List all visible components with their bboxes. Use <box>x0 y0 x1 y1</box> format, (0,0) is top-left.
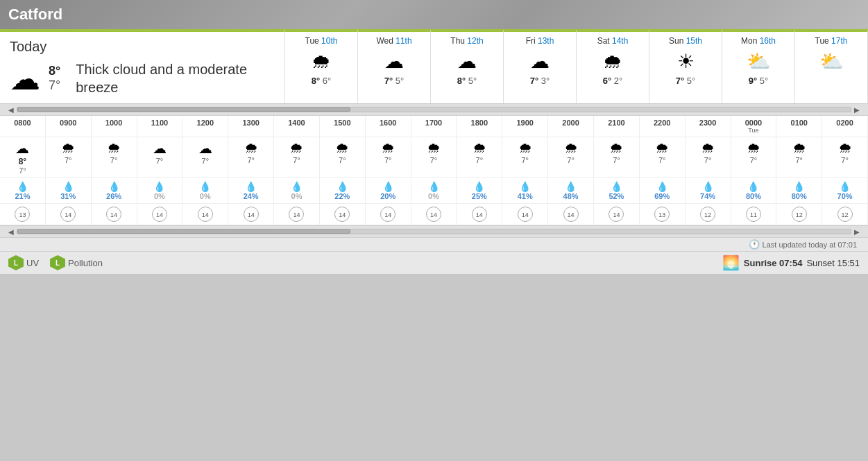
forecast-day: Thu 12th ☁ 8° 5° <box>430 29 503 103</box>
wind-cell: 14 <box>502 204 548 225</box>
wind-speed: 14 <box>339 211 346 218</box>
weather-cell: 🌧 7° <box>46 137 92 177</box>
rain-percent: 0% <box>275 192 318 200</box>
hour-label: 1100 <box>139 119 181 127</box>
forecast-high: 7° <box>384 76 393 86</box>
forecast-day-name: Tue <box>305 36 322 46</box>
scrollbar-track-bottom[interactable] <box>17 229 851 234</box>
rain-cell: 💧 26% <box>92 178 137 203</box>
hour-cell: 0800 <box>0 116 46 137</box>
hour-cell: 2000 <box>548 116 594 137</box>
forecast-icon: 🌧 <box>579 50 646 73</box>
today-temp-low: 7° <box>49 78 60 93</box>
update-row: 🕐 Last updated today at 07:01 <box>0 238 868 251</box>
uv-label: UV <box>26 258 39 268</box>
hourly-weather-icon: 🌧 <box>504 140 546 156</box>
hour-cell: 1200 <box>182 116 228 137</box>
wind-cell: 14 <box>92 204 137 225</box>
scroll-right-arrow-bottom[interactable]: ▶ <box>851 228 862 236</box>
hourly-wind-row: 13 14 14 14 14 14 14 14 14 14 <box>0 204 868 225</box>
top-scrollbar[interactable]: ◀ ▶ <box>0 103 868 116</box>
hour-cell: 1000 <box>92 116 137 137</box>
wind-cell: 12 <box>822 204 868 225</box>
rain-percent: 21% <box>1 192 44 200</box>
wind-circle: 14 <box>106 207 121 222</box>
scroll-left-arrow-bottom[interactable]: ◀ <box>6 228 17 236</box>
today-weather-icon: ☁ <box>10 61 40 96</box>
forecast-date: Tue 10th <box>288 36 355 46</box>
wind-circle: 14 <box>198 207 213 222</box>
rain-cell: 💧 48% <box>548 178 594 203</box>
bottom-scrollbar[interactable]: ◀ ▶ <box>0 225 868 238</box>
forecast-date: Wed 11th <box>361 36 427 46</box>
wind-speed: 14 <box>293 211 300 218</box>
hour-cell: 1400 <box>274 116 320 137</box>
hour-label: 1500 <box>321 119 364 127</box>
hour-cell: 1100 <box>137 116 183 137</box>
forecast-day: Tue 17th ⛅ <box>794 29 868 103</box>
location-title: Catford <box>8 6 62 23</box>
hourly-weather-icon: 🌧 <box>47 140 90 156</box>
forecast-low: 3° <box>541 76 550 86</box>
weather-cell: ☁ 8° 7° <box>0 137 46 177</box>
wind-cell: 13 <box>640 204 686 225</box>
sunrise-text: Sunrise 07:54 <box>744 258 803 268</box>
hourly-weather-icon: 🌧 <box>413 140 455 156</box>
scrollbar-thumb-bottom[interactable] <box>17 229 350 234</box>
wind-circle: 13 <box>654 207 670 222</box>
hourly-temp-low: 7° <box>321 156 364 164</box>
rain-cell: 💧 80% <box>731 178 777 203</box>
hourly-weather-icon: 🌧 <box>687 140 729 156</box>
top-section: Today ☁ 8° 7° Thick cloud and a moderate… <box>0 29 868 103</box>
rain-percent: 70% <box>824 192 866 200</box>
today-content: ☁ 8° 7° Thick cloud and a moderate breez… <box>10 60 275 96</box>
rain-cell: 💧 21% <box>0 178 46 203</box>
forecast-day-num: 10th <box>321 36 337 46</box>
hourly-temp-low: 7° <box>824 156 866 164</box>
forecast-day-num: 13th <box>538 36 554 46</box>
wind-speed: 14 <box>248 211 255 218</box>
hourly-temp-low: 7° <box>413 156 455 164</box>
rain-icon: 💧 <box>413 181 455 192</box>
wind-speed: 13 <box>19 211 26 218</box>
forecast-temps: 7° 5° <box>361 76 427 86</box>
forecast-day-num: 11th <box>395 36 411 46</box>
rain-cell: 💧 24% <box>228 178 274 203</box>
scrollbar-thumb[interactable] <box>17 107 350 112</box>
wind-speed: 13 <box>658 211 665 218</box>
wind-cell: 12 <box>776 204 822 225</box>
hour-cell: 1700 <box>411 116 457 137</box>
hour-cell: 0100 <box>776 116 822 137</box>
wind-speed: 14 <box>568 211 575 218</box>
rain-percent: 80% <box>778 192 820 200</box>
rain-icon: 💧 <box>275 181 318 192</box>
wind-cell: 14 <box>457 204 502 225</box>
rain-percent: 0% <box>139 192 181 200</box>
today-temp-high: 8° <box>49 64 60 78</box>
weather-cell: 🌧 7° <box>457 137 502 177</box>
forecast-temps: 7° 5° <box>652 76 719 86</box>
wind-circle: 12 <box>792 207 807 222</box>
rain-icon: 💧 <box>367 181 409 192</box>
sunset-text: Sunset 15:51 <box>806 258 860 268</box>
weather-cell: 🌧 7° <box>502 137 548 177</box>
scrollbar-track[interactable] <box>17 107 851 112</box>
forecast-day-name: Wed <box>376 36 395 46</box>
hour-label: 0800 <box>1 119 44 127</box>
scroll-right-arrow[interactable]: ▶ <box>851 106 862 114</box>
forecast-day: Fri 13th ☁ 7° 3° <box>503 29 576 103</box>
forecast-day-num: 12th <box>467 36 483 46</box>
uv-badge-section: L UV <box>8 255 39 270</box>
rain-cell: 💧 0% <box>182 178 228 203</box>
forecast-icon: ☁ <box>507 50 573 73</box>
scroll-left-arrow[interactable]: ◀ <box>6 106 17 114</box>
forecast-day-num: 15th <box>686 36 702 46</box>
hourly-temp-low: 7° <box>1 166 44 175</box>
wind-speed: 14 <box>110 211 117 218</box>
forecast-temps: 7° 3° <box>507 76 573 86</box>
bottom-left: L UV L Pollution <box>8 255 103 270</box>
forecast-low: 5° <box>395 76 404 86</box>
wind-circle: 14 <box>609 207 624 222</box>
forecast-date: Sun 15th <box>652 36 719 46</box>
forecast-icon: ☀ <box>652 50 719 73</box>
